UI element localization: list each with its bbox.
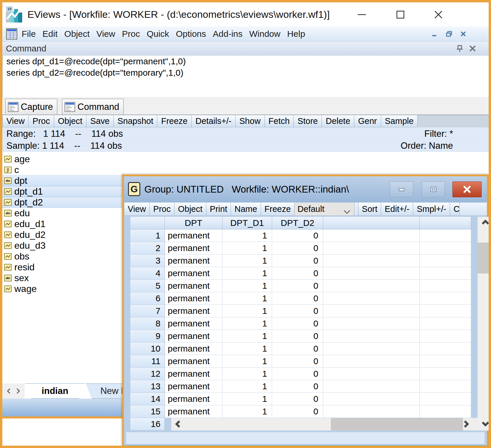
scroll-down-icon[interactable] xyxy=(482,421,489,426)
cell-dpt-d2[interactable]: 0 xyxy=(272,380,323,393)
cell-empty[interactable] xyxy=(420,229,471,242)
cell-dpt-d1[interactable]: 1 xyxy=(222,242,272,255)
cell-dpt-d2[interactable]: 0 xyxy=(272,229,323,242)
group-toolbar-edit-button[interactable]: Edit+/- xyxy=(381,203,413,216)
object-item-c[interactable]: βc xyxy=(2,165,122,175)
cell-dpt-d2[interactable]: 0 xyxy=(272,292,323,305)
cell-dpt[interactable]: permanent xyxy=(165,368,222,380)
object-item-edu[interactable]: abcedu xyxy=(2,208,122,219)
object-item-wage[interactable]: wage xyxy=(2,283,122,294)
cell-dpt-d2[interactable]: 0 xyxy=(272,330,323,343)
menu-item-options[interactable]: Options xyxy=(176,29,206,39)
group-toolbar-sort-button[interactable]: Sort xyxy=(358,203,381,216)
display-format-dropdown[interactable]: Default xyxy=(294,203,355,216)
cell-empty[interactable] xyxy=(323,317,420,330)
group-toolbar-object-button[interactable]: Object xyxy=(174,203,206,216)
cell-empty[interactable] xyxy=(420,255,471,267)
cell-dpt-d2[interactable]: 0 xyxy=(272,255,323,267)
child-close-icon[interactable] xyxy=(459,30,467,37)
vertical-scroll-thumb[interactable] xyxy=(478,243,491,274)
cell-dpt-d1[interactable]: 1 xyxy=(222,380,272,393)
cell-dpt-d1[interactable]: 1 xyxy=(222,317,272,330)
cell-dpt-d1[interactable]: 1 xyxy=(222,305,272,317)
cell-empty[interactable] xyxy=(420,292,471,305)
horizontal-scrollbar[interactable] xyxy=(171,418,478,430)
cell-empty[interactable] xyxy=(420,305,471,317)
scroll-right-icon[interactable] xyxy=(464,420,469,428)
cell-dpt[interactable]: permanent xyxy=(165,393,222,405)
cell-empty[interactable] xyxy=(323,305,420,317)
cell-dpt[interactable]: permanent xyxy=(165,355,222,368)
tab-scroll-right-icon[interactable] xyxy=(16,388,20,394)
group-close-button[interactable] xyxy=(452,181,482,197)
wf-toolbar-fetch-button[interactable]: Fetch xyxy=(264,115,294,127)
wf-toolbar-snapshot-button[interactable]: Snapshot xyxy=(113,115,158,127)
group-toolbar-proc-button[interactable]: Proc xyxy=(149,203,174,216)
minimize-button[interactable] xyxy=(356,9,368,20)
cell-empty[interactable] xyxy=(323,405,420,418)
cell-empty[interactable] xyxy=(323,393,420,405)
cell-empty[interactable] xyxy=(323,292,420,305)
cell-dpt[interactable]: permanent xyxy=(165,380,222,393)
child-restore-icon[interactable] xyxy=(445,30,453,37)
cell-empty[interactable] xyxy=(420,380,471,393)
object-item-obs[interactable]: obs xyxy=(2,251,122,262)
cell-empty[interactable] xyxy=(420,330,471,343)
cell-dpt-d2[interactable]: 0 xyxy=(272,368,323,380)
cell-dpt-d1[interactable]: 1 xyxy=(222,280,272,292)
object-item-edu_d2[interactable]: edu_d2 xyxy=(2,229,122,240)
cell-dpt-d2[interactable]: 0 xyxy=(272,305,323,317)
group-title-bar[interactable]: G Group: UNTITLED Workfile: WORKER::indi… xyxy=(124,176,487,203)
cell-empty[interactable] xyxy=(323,330,420,343)
menu-item-view[interactable]: View xyxy=(96,29,115,39)
cell-dpt-d2[interactable]: 0 xyxy=(272,343,323,355)
group-minimize-button[interactable] xyxy=(390,181,413,197)
wf-toolbar-view-button[interactable]: View xyxy=(2,115,29,127)
scroll-left-icon[interactable] xyxy=(175,420,181,428)
wf-toolbar-store-button[interactable]: Store xyxy=(293,115,322,127)
cell-dpt[interactable]: permanent xyxy=(165,343,222,355)
cell-empty[interactable] xyxy=(420,393,471,405)
cell-empty[interactable] xyxy=(323,280,420,292)
cell-dpt[interactable]: permanent xyxy=(165,242,222,255)
cell-dpt[interactable]: permanent xyxy=(165,267,222,280)
cell-dpt[interactable]: permanent xyxy=(165,305,222,317)
cell-dpt-d2[interactable]: 0 xyxy=(272,355,323,368)
cell-empty[interactable] xyxy=(420,317,471,330)
group-toolbar-print-button[interactable]: Print xyxy=(206,203,231,216)
cell-dpt-d2[interactable]: 0 xyxy=(272,242,323,255)
cell-empty[interactable] xyxy=(323,229,420,242)
object-item-age[interactable]: age xyxy=(2,154,122,165)
vertical-scrollbar[interactable] xyxy=(478,217,491,430)
cell-dpt-d2[interactable]: 0 xyxy=(272,317,323,330)
menu-item-file[interactable]: File xyxy=(22,29,36,39)
cell-dpt[interactable]: permanent xyxy=(165,292,222,305)
cell-dpt-d1[interactable]: 1 xyxy=(222,229,272,242)
object-item-sex[interactable]: abcsex xyxy=(2,273,122,283)
tab-command[interactable]: Command xyxy=(62,99,124,115)
scroll-up-icon[interactable] xyxy=(482,220,489,225)
cell-empty[interactable] xyxy=(323,242,420,255)
close-button[interactable] xyxy=(433,9,444,20)
menu-item-help[interactable]: Help xyxy=(287,29,305,39)
cell-dpt[interactable]: permanent xyxy=(165,229,222,242)
maximize-button[interactable] xyxy=(395,9,406,20)
page-tab-indian[interactable]: indian xyxy=(25,383,85,399)
group-toolbar-smpl-button[interactable]: Smpl+/- xyxy=(413,203,450,216)
cell-dpt-d1[interactable]: 1 xyxy=(222,292,272,305)
tab-capture[interactable]: Capture xyxy=(5,99,57,115)
menu-item-object[interactable]: Object xyxy=(64,29,90,39)
cell-dpt-d1[interactable]: 1 xyxy=(222,368,272,380)
cell-dpt-d1[interactable]: 1 xyxy=(222,343,272,355)
wf-toolbar-delete-button[interactable]: Delete xyxy=(321,115,354,127)
cell-empty[interactable] xyxy=(420,343,471,355)
menu-item-window[interactable]: Window xyxy=(249,29,281,39)
object-item-dpt[interactable]: abcdpt xyxy=(2,175,122,186)
cell-dpt-d1[interactable]: 1 xyxy=(222,355,272,368)
menu-item-add-ins[interactable]: Add-ins xyxy=(213,29,243,39)
menu-item-proc[interactable]: Proc xyxy=(122,29,140,39)
wf-toolbar-details-button[interactable]: Details+/- xyxy=(191,115,236,127)
cell-empty[interactable] xyxy=(323,368,420,380)
cell-empty[interactable] xyxy=(323,380,420,393)
cell-empty[interactable] xyxy=(420,280,471,292)
